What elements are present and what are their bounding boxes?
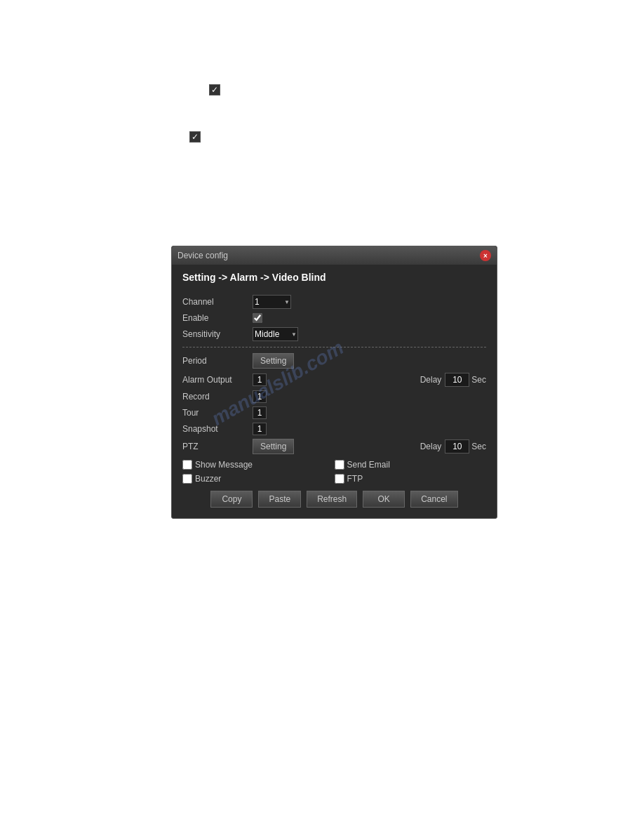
dialog-body: Setting -> Alarm -> Video Blind Channel … (172, 265, 497, 518)
buzzer-ftp-row: Buzzer FTP (182, 474, 486, 484)
dialog-title: Device config (177, 251, 228, 260)
buzzer-label: Buzzer (195, 474, 221, 484)
breadcrumb: Setting -> Alarm -> Video Blind (182, 272, 486, 286)
copy-button[interactable]: Copy (210, 491, 253, 508)
buzzer-group: Buzzer (182, 474, 335, 484)
send-email-label: Send Email (347, 460, 390, 470)
ftp-label: FTP (347, 474, 363, 484)
ptz-label: PTZ (182, 442, 253, 451)
delay-alarm-label: Delay (420, 375, 442, 385)
channel-select-wrapper: 1 2 3 4 (253, 295, 291, 309)
send-email-checkbox[interactable] (335, 460, 344, 470)
period-row: Period Setting (182, 353, 486, 369)
buzzer-checkbox[interactable] (182, 474, 192, 484)
show-message-label: Show Message (195, 460, 253, 470)
send-email-group: Send Email (335, 460, 487, 470)
record-label: Record (182, 392, 253, 402)
action-buttons-row: Copy Paste Refresh OK Cancel (182, 491, 486, 508)
ftp-group: FTP (335, 474, 487, 484)
alarm-output-label: Alarm Output (182, 375, 253, 385)
sensitivity-select[interactable]: Low Middle High (253, 327, 298, 341)
refresh-button[interactable]: Refresh (307, 491, 357, 508)
period-setting-button[interactable]: Setting (253, 353, 294, 369)
divider-1 (182, 347, 486, 348)
delay-ptz-label: Delay (420, 442, 442, 451)
enable-row: Enable (182, 313, 486, 323)
record-value: 1 (253, 390, 267, 403)
sensitivity-select-wrapper: Low Middle High (253, 327, 298, 341)
close-button[interactable]: × (480, 250, 491, 261)
record-row: Record 1 (182, 390, 486, 403)
snapshot-row: Snapshot 1 (182, 423, 486, 435)
background-checkbox-1 (209, 84, 220, 95)
tour-value: 1 (253, 406, 267, 419)
delay-alarm-input[interactable] (445, 373, 469, 387)
ptz-setting-button[interactable]: Setting (253, 439, 294, 454)
enable-checkbox[interactable] (253, 313, 262, 323)
delay-alarm-group: Delay Sec (420, 373, 486, 387)
alarm-output-row: Alarm Output 1 Delay Sec (182, 373, 486, 387)
tour-label: Tour (182, 408, 253, 418)
delay-alarm-unit: Sec (471, 375, 486, 385)
snapshot-value: 1 (253, 423, 267, 435)
snapshot-label: Snapshot (182, 424, 253, 434)
dialog-title-bar: Device config × (172, 246, 497, 265)
period-label: Period (182, 356, 253, 366)
channel-row: Channel 1 2 3 4 (182, 295, 486, 309)
delay-ptz-group: Delay Sec (420, 439, 486, 454)
delay-ptz-input[interactable] (445, 439, 469, 454)
tour-row: Tour 1 (182, 406, 486, 419)
background-checkbox-2 (189, 131, 201, 143)
cancel-button[interactable]: Cancel (410, 491, 457, 508)
ftp-checkbox[interactable] (335, 474, 344, 484)
ok-button[interactable]: OK (363, 491, 405, 508)
show-message-group: Show Message (182, 460, 335, 470)
device-config-dialog: Device config × Setting -> Alarm -> Vide… (171, 246, 497, 519)
channel-select[interactable]: 1 2 3 4 (253, 295, 291, 309)
channel-label: Channel (182, 297, 253, 307)
paste-button[interactable]: Paste (258, 491, 301, 508)
show-message-send-email-row: Show Message Send Email (182, 460, 486, 470)
sensitivity-row: Sensitivity Low Middle High (182, 327, 486, 341)
show-message-checkbox[interactable] (182, 460, 192, 470)
alarm-output-value: 1 (253, 373, 267, 386)
enable-label: Enable (182, 313, 253, 323)
ptz-row: PTZ Setting Delay Sec (182, 439, 486, 454)
sensitivity-label: Sensitivity (182, 329, 253, 339)
delay-ptz-unit: Sec (471, 442, 486, 451)
